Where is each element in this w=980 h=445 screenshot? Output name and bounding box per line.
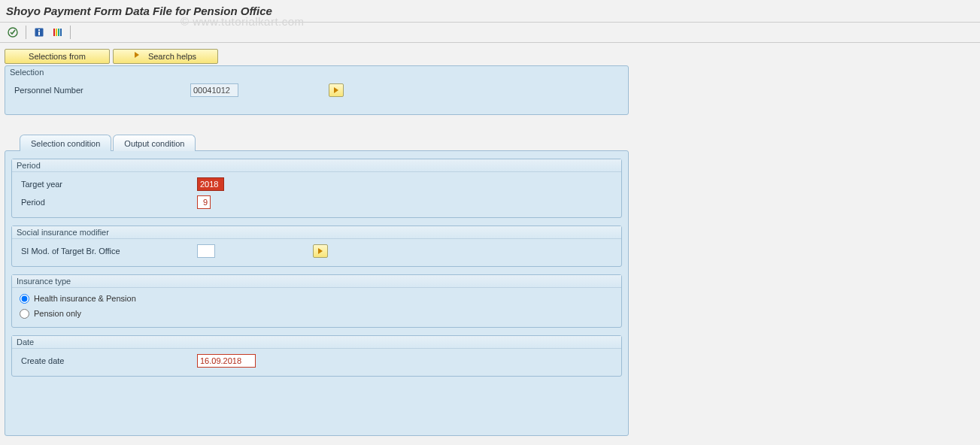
insurance-type-group-title: Insurance type [12, 275, 621, 288]
selection-group: Selection Personnel Number [5, 65, 629, 115]
personnel-number-row: Personnel Number [10, 81, 623, 99]
si-modifier-input[interactable] [197, 244, 215, 258]
insurance-health-pension-radio[interactable] [20, 294, 29, 304]
execute-icon[interactable] [6, 26, 20, 39]
date-group: Date Create date [11, 335, 622, 377]
target-year-input[interactable] [197, 177, 224, 191]
svg-rect-2 [38, 29, 40, 31]
target-year-row: Target year [17, 175, 617, 193]
tab-output-condition[interactable]: Output condition [113, 135, 196, 151]
page-title-text: Shoyo Payment Form Data File for Pension… [6, 5, 272, 17]
insurance-pension-only-row: Pension only [17, 306, 617, 321]
tab-selection-condition-label: Selection condition [31, 139, 100, 148]
create-date-label: Create date [17, 356, 197, 365]
period-input[interactable] [197, 195, 211, 209]
create-date-input[interactable] [197, 354, 256, 368]
si-modifier-row: SI Mod. of Target Br. Office [17, 242, 617, 260]
selections-from-label: Selections from [29, 52, 86, 61]
content-area: Selections from Search helps Selection P… [0, 43, 980, 436]
period-row: Period [17, 193, 617, 211]
tab-container: Selection condition Output condition Per… [5, 135, 975, 436]
toolbar-separator [26, 26, 26, 39]
svg-rect-3 [38, 32, 40, 35]
si-modifier-group-title: Social insurance modifier [12, 226, 621, 239]
personnel-number-label: Personnel Number [10, 86, 190, 95]
svg-rect-5 [56, 29, 57, 36]
info-icon[interactable] [32, 26, 46, 39]
tab-output-condition-label: Output condition [124, 139, 184, 148]
insurance-health-pension-label: Health insurance & Pension [34, 294, 136, 303]
si-modifier-multiple-selection-button[interactable] [313, 244, 328, 258]
tab-selection-condition[interactable]: Selection condition [20, 135, 111, 151]
period-group: Period Target year Period [11, 159, 622, 218]
arrow-right-icon [318, 248, 323, 254]
svg-rect-7 [60, 29, 62, 36]
period-label: Period [17, 198, 197, 207]
tab-strip: Selection condition Output condition [5, 135, 975, 151]
toolbar-separator [70, 26, 71, 39]
insurance-type-group: Insurance type Health insurance & Pensio… [11, 274, 622, 328]
arrow-right-icon [135, 52, 144, 61]
application-toolbar: © www.tutorialkart.com [0, 23, 980, 43]
create-date-row: Create date [17, 352, 617, 370]
insurance-pension-only-radio[interactable] [20, 309, 29, 319]
personnel-number-input[interactable] [190, 83, 238, 97]
selection-group-title: Selection [5, 66, 628, 77]
period-group-title: Period [12, 159, 621, 172]
svg-rect-6 [58, 29, 59, 36]
svg-rect-4 [53, 29, 55, 36]
selections-from-button[interactable]: Selections from [5, 49, 110, 64]
si-modifier-label: SI Mod. of Target Br. Office [17, 247, 197, 256]
target-year-label: Target year [17, 180, 197, 189]
search-helps-button[interactable]: Search helps [113, 49, 218, 64]
tab-pane-selection-condition: Period Target year Period Social insuran… [5, 150, 629, 436]
search-helps-label: Search helps [148, 52, 196, 61]
page-title: Shoyo Payment Form Data File for Pension… [0, 0, 980, 23]
date-group-title: Date [12, 336, 621, 349]
variants-icon[interactable] [50, 26, 64, 39]
action-button-row: Selections from Search helps [5, 49, 975, 64]
personnel-number-multiple-selection-button[interactable] [329, 83, 344, 97]
insurance-health-pension-row: Health insurance & Pension [17, 291, 617, 306]
insurance-pension-only-label: Pension only [34, 309, 81, 318]
arrow-right-icon [334, 87, 338, 93]
si-modifier-group: Social insurance modifier SI Mod. of Tar… [11, 226, 622, 267]
